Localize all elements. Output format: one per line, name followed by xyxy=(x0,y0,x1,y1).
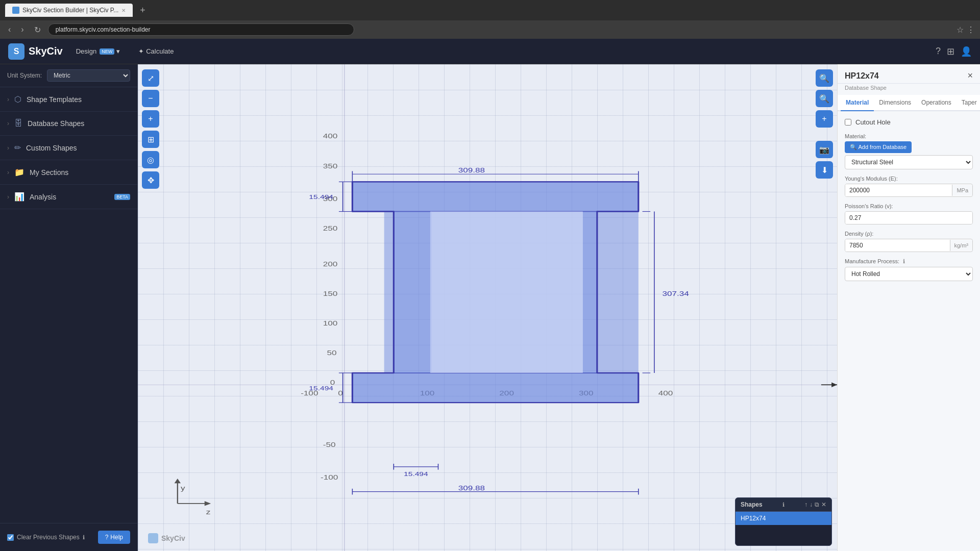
forward-button[interactable]: › xyxy=(18,24,27,35)
help-label: Help xyxy=(110,534,123,541)
material-select[interactable]: Structural Steel Aluminum Concrete xyxy=(845,155,973,169)
left-sidebar: Unit System: Metric Imperial › ⬡ Shape T… xyxy=(0,64,138,551)
sidebar-item-database-shapes[interactable]: › 🗄 Database Shapes xyxy=(0,112,137,136)
svg-marker-54 xyxy=(205,501,211,506)
svg-text:y: y xyxy=(181,484,185,491)
shape-copy-button[interactable]: ⧉ xyxy=(815,501,819,508)
new-tab-button[interactable]: + xyxy=(137,4,149,17)
material-label: Material: xyxy=(845,133,973,139)
main-area: Unit System: Metric Imperial › ⬡ Shape T… xyxy=(0,64,980,551)
shape-delete-button[interactable]: ✕ xyxy=(821,501,826,508)
shapes-panel-info-icon: ℹ xyxy=(782,502,785,508)
app-logo-text: SkyCiv xyxy=(29,45,63,57)
density-label: Density (ρ): xyxy=(845,231,973,237)
density-input-row: kg/m³ xyxy=(845,239,973,252)
shapes-panel-title: Shapes xyxy=(741,501,763,508)
svg-text:400: 400 xyxy=(658,389,673,396)
my-sections-label: My Sections xyxy=(30,168,130,177)
svg-text:150: 150 xyxy=(323,290,338,297)
reload-button[interactable]: ↻ xyxy=(31,24,44,36)
help-button[interactable]: ? Help xyxy=(98,531,130,544)
density-input[interactable] xyxy=(845,239,950,252)
manufacture-label: Manufacture Process: ℹ xyxy=(845,258,973,265)
tab-operations[interactable]: Operations xyxy=(916,95,957,111)
manufacture-label-text: Manufacture Process: xyxy=(845,258,899,264)
svg-text:-50: -50 xyxy=(323,441,336,448)
design-label: Design xyxy=(76,47,96,55)
right-panel: HP12x74 × Database Shape Material Dimens… xyxy=(837,64,980,551)
unit-system-select[interactable]: Metric Imperial xyxy=(47,69,130,82)
youngs-modulus-input[interactable] xyxy=(845,184,952,196)
svg-text:309.88: 309.88 xyxy=(458,166,485,173)
custom-shapes-label: Custom Shapes xyxy=(26,144,130,152)
clear-info-icon: ℹ xyxy=(83,534,85,541)
panel-close-button[interactable]: × xyxy=(967,70,973,81)
design-menu-item[interactable]: Design NEW ▾ xyxy=(71,44,125,58)
cutout-hole-checkbox[interactable] xyxy=(845,119,851,126)
shapes-panel-empty xyxy=(736,525,831,545)
right-panel-header: HP12x74 × xyxy=(838,64,980,84)
shape-templates-icon: ⬡ xyxy=(14,94,21,104)
sidebar-item-shape-templates[interactable]: › ⬡ Shape Templates xyxy=(0,87,137,112)
canvas-area[interactable]: ⤢ − + ⊞ ◎ ✥ 🔍 🔍 + 📷 ⬇ -100 0 xyxy=(138,64,837,551)
database-shapes-label: Database Shapes xyxy=(28,119,130,128)
manufacture-process-select[interactable]: Hot Rolled Cold Formed Welded xyxy=(845,267,973,281)
shape-templates-label: Shape Templates xyxy=(27,95,130,104)
logo-area: S SkyCiv xyxy=(8,43,63,60)
tab-material[interactable]: Material xyxy=(841,95,874,111)
help-icon[interactable]: ? xyxy=(936,46,941,57)
svg-text:400: 400 xyxy=(323,133,338,140)
shape-move-down-button[interactable]: ↓ xyxy=(810,501,813,508)
youngs-modulus-input-row: MPa xyxy=(845,184,973,197)
shape-list-item[interactable]: HP12x74 xyxy=(736,512,831,525)
svg-text:250: 250 xyxy=(323,224,338,232)
analysis-icon: 📊 xyxy=(14,192,24,202)
settings-icon[interactable]: ⋮ xyxy=(967,25,975,35)
user-avatar-icon[interactable]: 👤 xyxy=(961,46,972,57)
tab-dimensions[interactable]: Dimensions xyxy=(874,95,916,111)
add-db-label: Add from Database xyxy=(858,144,906,150)
panel-body: Cutout Hole Material: 🔍 Add from Databas… xyxy=(838,111,980,288)
tab-close-btn[interactable]: ✕ xyxy=(121,8,126,13)
manufacture-info-icon: ℹ xyxy=(903,258,905,264)
back-button[interactable]: ‹ xyxy=(5,24,14,35)
svg-text:350: 350 xyxy=(323,162,338,169)
calculate-label: Calculate xyxy=(146,47,174,55)
browser-chrome: SkyCiv Section Builder | SkyCiv P... ✕ + xyxy=(0,0,980,20)
canvas-svg: -100 0 100 200 300 400 -100 -50 0 50 100… xyxy=(138,64,837,551)
calculate-icon: ✦ xyxy=(138,47,144,55)
add-from-database-button[interactable]: 🔍 Add from Database xyxy=(845,141,912,153)
help-icon: ? xyxy=(105,534,109,541)
calculate-menu-item[interactable]: ✦ Calculate xyxy=(133,44,179,58)
poissons-ratio-input[interactable] xyxy=(845,212,972,224)
svg-text:50: 50 xyxy=(327,349,337,356)
watermark-icon xyxy=(148,533,158,543)
skyciv-logo-icon: S xyxy=(8,43,24,60)
shapes-panel-actions: ↑ ↓ ⧉ ✕ xyxy=(804,501,826,508)
canvas-watermark: SkyCiv xyxy=(148,533,185,543)
shape-move-up-button[interactable]: ↑ xyxy=(804,501,807,508)
chevron-right-icon: › xyxy=(7,193,9,201)
sidebar-item-my-sections[interactable]: › 📁 My Sections xyxy=(0,160,137,185)
tab-taper[interactable]: Taper xyxy=(957,95,980,111)
clear-previous-label: Clear Previous Shapes xyxy=(17,534,80,541)
active-tab[interactable]: SkyCiv Section Builder | SkyCiv P... ✕ xyxy=(5,4,133,17)
bookmark-icon[interactable]: ☆ xyxy=(957,25,964,35)
panel-tabs: Material Dimensions Operations Taper xyxy=(838,95,980,111)
sidebar-item-analysis[interactable]: › 📊 Analysis BETA xyxy=(0,185,137,209)
custom-shapes-icon: ✏ xyxy=(14,143,21,153)
design-chevron-icon: ▾ xyxy=(116,47,120,55)
add-db-icon: 🔍 xyxy=(850,144,857,150)
svg-text:309.88: 309.88 xyxy=(458,484,485,491)
address-input[interactable] xyxy=(48,23,354,36)
cutout-hole-label: Cutout Hole xyxy=(855,118,891,126)
panel-subtitle: Database Shape xyxy=(838,84,980,95)
design-badge: NEW xyxy=(100,48,114,55)
sidebar-item-custom-shapes[interactable]: › ✏ Custom Shapes xyxy=(0,136,137,160)
clear-previous-checkbox[interactable] xyxy=(7,534,14,541)
material-row: 🔍 Add from Database xyxy=(845,141,973,155)
apps-grid-icon[interactable]: ⊞ xyxy=(947,46,954,57)
chevron-right-icon: › xyxy=(7,96,9,103)
chevron-right-icon: › xyxy=(7,120,9,127)
density-unit: kg/m³ xyxy=(950,240,973,251)
